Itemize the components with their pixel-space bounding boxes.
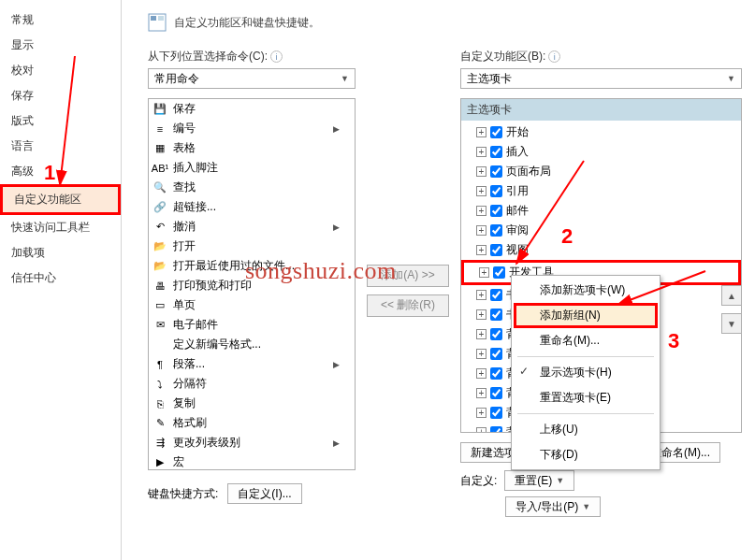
tree-checkbox[interactable] bbox=[490, 205, 502, 217]
expand-icon[interactable]: + bbox=[476, 186, 486, 196]
context-menu-item[interactable]: 添加新选项卡(W) bbox=[514, 278, 658, 303]
tree-item[interactable]: +开始 bbox=[461, 122, 741, 142]
tree-label: 视图 bbox=[506, 242, 529, 258]
tree-item[interactable]: +视图 bbox=[461, 240, 741, 260]
brush-icon: ✎ bbox=[152, 416, 167, 431]
tree-checkbox[interactable] bbox=[490, 126, 502, 138]
tree-checkbox[interactable] bbox=[490, 387, 502, 399]
command-item[interactable]: ⤵分隔符 bbox=[149, 374, 355, 394]
command-item[interactable]: 🖶打印预览和打印 bbox=[149, 276, 355, 295]
command-item[interactable]: ⇶更改列表级别▶ bbox=[149, 433, 355, 452]
expand-icon[interactable]: + bbox=[476, 290, 486, 300]
tree-checkbox[interactable] bbox=[490, 165, 502, 178]
context-menu-item[interactable]: ✓显示选项卡(H) bbox=[514, 360, 658, 385]
expand-icon[interactable]: + bbox=[476, 408, 486, 418]
tree-item[interactable]: +插入 bbox=[461, 142, 741, 162]
expand-icon[interactable]: + bbox=[476, 309, 486, 320]
import-export-button[interactable]: 导入/导出(P)▼ bbox=[505, 496, 601, 517]
tree-item[interactable]: +审阅 bbox=[461, 221, 741, 240]
command-item[interactable]: ▶宏 bbox=[149, 452, 355, 469]
tree-item[interactable]: +页面布局 bbox=[461, 162, 741, 181]
command-item[interactable]: ✎格式刷 bbox=[149, 413, 355, 433]
command-item[interactable]: ≡编号▶ bbox=[149, 119, 355, 138]
command-item[interactable]: 🔍查找 bbox=[149, 178, 355, 197]
add-button[interactable]: 添加(A) >> bbox=[367, 265, 449, 287]
tree-checkbox[interactable] bbox=[490, 367, 502, 380]
sidebar-item-2[interactable]: 校对 bbox=[0, 58, 121, 83]
customize-kb-button[interactable]: 自定义(I)... bbox=[227, 483, 301, 504]
command-item[interactable]: 定义新编号格式... bbox=[149, 335, 355, 354]
command-label: 更改列表级别 bbox=[173, 435, 240, 451]
expand-icon[interactable]: + bbox=[476, 368, 486, 379]
expand-icon[interactable]: + bbox=[476, 329, 486, 339]
sidebar-item-3[interactable]: 保存 bbox=[0, 83, 121, 108]
sidebar-item-1[interactable]: 显示 bbox=[0, 33, 121, 58]
command-item[interactable]: 📂打开最近使用过的文件... bbox=[149, 256, 355, 276]
info-icon[interactable]: i bbox=[270, 50, 283, 63]
sidebar-item-6[interactable]: 高级 bbox=[0, 159, 121, 184]
tree-checkbox[interactable] bbox=[493, 266, 505, 279]
tree-checkbox[interactable] bbox=[490, 407, 502, 419]
command-item[interactable]: AB¹插入脚注 bbox=[149, 158, 355, 178]
chevron-down-icon: ▼ bbox=[341, 74, 349, 83]
tree-checkbox[interactable] bbox=[490, 426, 502, 432]
chevron-down-icon: ▼ bbox=[727, 74, 735, 83]
context-menu-item[interactable]: 下移(D) bbox=[514, 442, 658, 467]
tree-checkbox[interactable] bbox=[490, 244, 502, 256]
tree-checkbox[interactable] bbox=[490, 348, 502, 360]
commands-dropdown[interactable]: 常用命令▼ bbox=[148, 68, 356, 89]
context-menu-item[interactable]: 重命名(M)... bbox=[514, 328, 658, 353]
ribbon-dropdown[interactable]: 主选项卡▼ bbox=[460, 68, 742, 89]
reset-button[interactable]: 重置(E)▼ bbox=[504, 470, 574, 491]
command-item[interactable]: ⎘复制 bbox=[149, 394, 355, 413]
submenu-arrow-icon: ▶ bbox=[333, 124, 340, 134]
tree-checkbox[interactable] bbox=[490, 146, 502, 158]
command-item[interactable]: ▭单页 bbox=[149, 295, 355, 315]
command-item[interactable]: 💾保存 bbox=[149, 99, 355, 119]
tree-item[interactable]: +邮件 bbox=[461, 201, 741, 221]
tree-item[interactable]: +引用 bbox=[461, 181, 741, 201]
tree-label: 页面布局 bbox=[506, 164, 551, 179]
sidebar-item-8[interactable]: 快速访问工具栏 bbox=[0, 215, 121, 240]
command-item[interactable]: ↶撤消▶ bbox=[149, 217, 355, 237]
context-menu-item[interactable]: 添加新组(N) bbox=[514, 303, 658, 328]
tree-checkbox[interactable] bbox=[490, 224, 502, 237]
expand-icon[interactable]: + bbox=[476, 147, 486, 157]
tree-checkbox[interactable] bbox=[490, 309, 502, 321]
command-label: 插入脚注 bbox=[173, 160, 218, 176]
command-item[interactable]: ✉电子邮件 bbox=[149, 315, 355, 335]
context-menu-item[interactable]: 重置选项卡(E) bbox=[514, 385, 658, 410]
command-item[interactable]: ¶段落...▶ bbox=[149, 354, 355, 374]
expand-icon[interactable]: + bbox=[479, 267, 489, 278]
context-menu-item[interactable]: 上移(U) bbox=[514, 417, 658, 442]
expand-icon[interactable]: + bbox=[476, 245, 486, 255]
sidebar-item-4[interactable]: 版式 bbox=[0, 108, 121, 134]
expand-icon[interactable]: + bbox=[476, 427, 486, 432]
tree-checkbox[interactable] bbox=[490, 185, 502, 197]
expand-icon[interactable]: + bbox=[476, 206, 486, 216]
move-up-button[interactable]: ▲ bbox=[721, 285, 742, 306]
expand-icon[interactable]: + bbox=[476, 166, 486, 177]
info-icon[interactable]: i bbox=[548, 50, 560, 63]
sidebar-item-7[interactable]: 自定义功能区 bbox=[0, 184, 121, 215]
command-label: 保存 bbox=[173, 101, 196, 117]
sidebar-item-0[interactable]: 常规 bbox=[0, 7, 121, 33]
expand-icon[interactable]: + bbox=[476, 127, 486, 137]
expand-icon[interactable]: + bbox=[476, 349, 486, 359]
commands-listbox[interactable]: 💾保存≡编号▶▦表格AB¹插入脚注🔍查找🔗超链接...↶撤消▶📂打开📂打开最近使… bbox=[148, 98, 356, 470]
page-title: 自定义功能区和键盘快捷键。 bbox=[174, 15, 320, 31]
find-icon: 🔍 bbox=[152, 180, 167, 195]
move-down-button[interactable]: ▼ bbox=[721, 313, 742, 334]
command-item[interactable]: 📂打开 bbox=[149, 237, 355, 256]
command-item[interactable]: 🔗超链接... bbox=[149, 197, 355, 217]
command-label: 打印预览和打印 bbox=[173, 278, 252, 294]
expand-icon[interactable]: + bbox=[476, 225, 486, 236]
command-item[interactable]: ▦表格 bbox=[149, 138, 355, 158]
tree-checkbox[interactable] bbox=[490, 289, 502, 301]
tree-checkbox[interactable] bbox=[490, 328, 502, 340]
sidebar-item-5[interactable]: 语言 bbox=[0, 134, 121, 159]
sidebar-item-10[interactable]: 信任中心 bbox=[0, 266, 121, 291]
sidebar-item-9[interactable]: 加载项 bbox=[0, 240, 121, 266]
remove-button[interactable]: << 删除(R) bbox=[367, 294, 449, 317]
expand-icon[interactable]: + bbox=[476, 388, 486, 398]
